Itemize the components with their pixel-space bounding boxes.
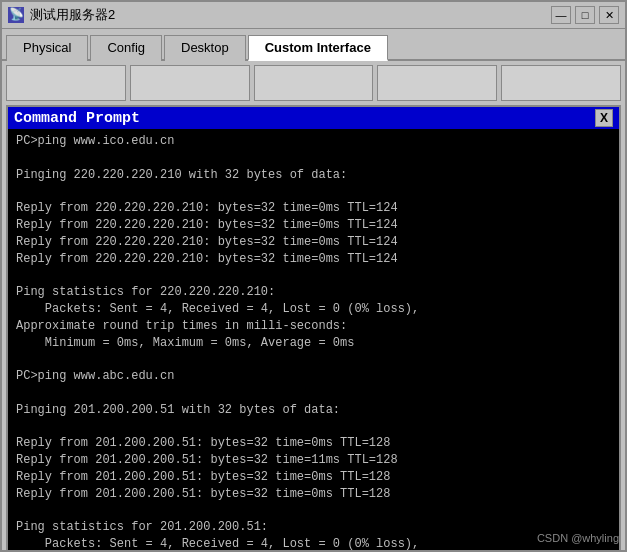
title-bar: 📡 测试用服务器2 — □ ✕ bbox=[2, 2, 625, 29]
tab-config[interactable]: Config bbox=[90, 35, 162, 61]
toolbar-thumb-2 bbox=[130, 65, 250, 101]
maximize-button[interactable]: □ bbox=[575, 6, 595, 24]
main-window: 📡 测试用服务器2 — □ ✕ Physical Config Desktop … bbox=[0, 0, 627, 552]
toolbar-thumb-4 bbox=[377, 65, 497, 101]
toolbar-thumb-5 bbox=[501, 65, 621, 101]
content-area: Command Prompt X PC>ping www.ico.edu.cn … bbox=[2, 61, 625, 550]
command-prompt-window: Command Prompt X PC>ping www.ico.edu.cn … bbox=[6, 105, 621, 550]
cmd-close-button[interactable]: X bbox=[595, 109, 613, 127]
nav-tabs: Physical Config Desktop Custom Interface bbox=[2, 29, 625, 61]
cmd-title-text: Command Prompt bbox=[14, 110, 140, 127]
window-title: 测试用服务器2 bbox=[30, 6, 545, 24]
close-button[interactable]: ✕ bbox=[599, 6, 619, 24]
cmd-body[interactable]: PC>ping www.ico.edu.cn Pinging 220.220.2… bbox=[8, 129, 619, 550]
minimize-button[interactable]: — bbox=[551, 6, 571, 24]
tab-physical[interactable]: Physical bbox=[6, 35, 88, 61]
watermark: CSDN @whyling bbox=[537, 532, 619, 544]
tab-desktop[interactable]: Desktop bbox=[164, 35, 246, 61]
tab-custom-interface[interactable]: Custom Interface bbox=[248, 35, 388, 61]
toolbar-thumb-1 bbox=[6, 65, 126, 101]
toolbar-row bbox=[6, 65, 621, 101]
window-icon: 📡 bbox=[8, 7, 24, 23]
window-controls: — □ ✕ bbox=[551, 6, 619, 24]
cmd-title-bar: Command Prompt X bbox=[8, 107, 619, 129]
toolbar-thumb-3 bbox=[254, 65, 374, 101]
